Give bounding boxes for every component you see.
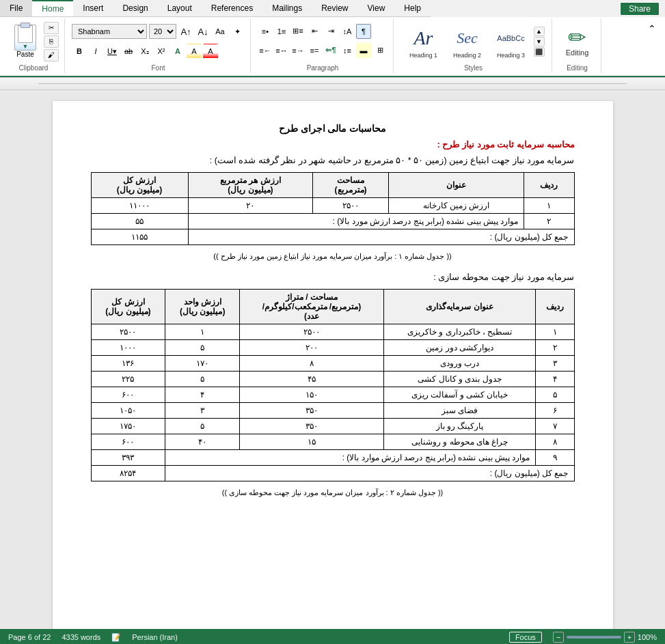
table-row: ۲ موارد پیش بینی نشده (برابر پنج درصد ار… [91,214,574,229]
tab-references[interactable]: References [202,0,262,16]
tab-mailings[interactable]: Mailings [262,0,312,16]
cell: ۵ [165,340,240,356]
format-painter-button[interactable]: 🖌 [44,49,59,61]
tab-view[interactable]: View [358,0,395,16]
line-spacing-button[interactable]: ↕≡ [340,43,355,58]
tab-file[interactable]: File [0,0,32,16]
borders-button[interactable]: ⊞ [372,43,388,58]
increase-indent-button[interactable]: ⇥ [323,24,338,39]
italic-button[interactable]: I [88,44,103,59]
focus-button[interactable]: Focus [509,632,542,643]
cell: ۱۰۵۰ [91,403,165,419]
cell: ۱ [524,198,574,214]
table-row: ۱ تسطیح ، خاکبرداری و خاکریزی ۲۵۰۰ ۱ ۲۵۰… [91,324,574,340]
style-heading2[interactable]: Sec Heading 2 [446,23,489,61]
change-case-button[interactable]: Aa [213,24,228,39]
tab-insert[interactable]: Insert [73,0,113,16]
cut-button[interactable]: ✂ [44,22,59,34]
table-row: ۷ پارکینگ رو باز ۳۵۰ ۵ ۱۷۵۰ [91,419,574,434]
font-name-select[interactable]: Shabnam [72,24,147,39]
increase-font-button[interactable]: A↑ [178,24,193,39]
text-effects-button[interactable]: A [170,44,185,59]
cell: ۴ [536,372,574,387]
table-row: ۱ ارزش زمین کارخانه ۲۵۰۰ ۲۰ ۱۱۰۰۰ [91,198,574,214]
clipboard-content: ▼ Paste ✂ ⎘ 🖌 [8,20,59,63]
cell: ۴۰ [165,434,240,450]
rtl-button[interactable]: ⇐¶ [323,43,338,58]
cell: ۲۵۰۰ [91,324,165,340]
table2-header-0: ردیف [536,290,574,324]
cell: ۲ [524,214,574,229]
subscript-button[interactable]: X₂ [137,44,152,59]
cell: جمع کل (میلیون ریال) : [165,466,574,481]
cell: ۳۵۰ [240,403,384,419]
justify-button[interactable]: ≡= [307,43,322,58]
styles-items: Ar Heading 1 Sec Heading 2 AaBbCc [403,23,545,61]
editing-group-label: Editing [567,63,588,72]
shading-button[interactable]: ▬ [356,43,371,58]
zoom-slider[interactable] [567,636,621,639]
font-size-select[interactable]: 20 [149,24,176,39]
styles-scroll-down[interactable]: ▼ [534,37,545,46]
multilevel-list-button[interactable]: ⊞≡ [290,24,306,39]
table2-header-1: عنوان سرمایه‌گذاری [383,290,535,324]
align-center-button[interactable]: ≡↔ [274,43,289,58]
copy-button[interactable]: ⎘ [44,36,59,48]
show-formatting-button[interactable]: ¶ [356,24,371,39]
sort-button[interactable]: ↕A [340,24,355,39]
table1-header-1: عنوان [388,173,524,198]
text-highlight-button[interactable]: A [187,44,202,59]
style-heading1[interactable]: Ar Heading 1 [403,23,445,61]
table2-caption: (( جدول شماره ۲ : برآورد میزان سرمایه مو… [91,488,575,497]
cell: ۲۰ [188,198,313,214]
numbering-button[interactable]: 1≡ [274,24,289,39]
styles-scroll-up[interactable]: ▲ [534,27,545,36]
cell: ۷ [536,419,574,434]
bullets-button[interactable]: ≡• [258,24,273,39]
strikethrough-button[interactable]: ab [121,44,136,59]
clear-formatting-button[interactable]: ✦ [230,24,245,39]
bold-button[interactable]: B [72,44,87,59]
share-button[interactable]: Share [620,2,660,16]
ribbon: File Home Insert Design Layout Reference… [0,0,665,78]
para-row1: ≡• 1≡ ⊞≡ ⇤ ⇥ ↕A ¶ [258,24,371,39]
decrease-font-button[interactable]: A↓ [195,24,211,39]
font-color-button[interactable]: A [203,44,218,59]
document-area[interactable]: محاسبات مالی اجرای طرح محاسبه سرمایه ثاب… [0,90,665,629]
style-heading3[interactable]: AaBbCc Heading 3 [490,23,532,61]
editing-button[interactable]: ✏ Editing [560,23,595,60]
zoom-in-button[interactable]: + [624,632,635,643]
tab-help[interactable]: Help [394,0,431,16]
ruler [0,78,665,90]
cell: ۵ [536,387,574,403]
cell: تسطیح ، خاکبرداری و خاکریزی [383,324,535,340]
cell: ۳ [536,356,574,372]
styles-expand[interactable]: ⬛ [534,47,545,57]
ribbon-collapse-button[interactable]: ⌃ [644,21,660,36]
decrease-indent-button[interactable]: ⇤ [307,24,322,39]
style-heading1-label: Heading 1 [409,52,437,59]
align-left-button[interactable]: ≡← [258,43,273,58]
font-label: Font [151,63,165,72]
paragraph-label: Paragraph [307,63,339,72]
align-right-button[interactable]: ≡→ [290,43,306,58]
cell: ارزش زمین کارخانه [388,198,524,214]
underline-button[interactable]: U▾ [105,44,120,59]
cell: ۵۵ [91,214,188,229]
cell: ۸ [536,434,574,450]
tab-home[interactable]: Home [32,0,73,16]
tab-review[interactable]: Review [312,0,357,16]
cell: ۲۵۰۰ [313,198,389,214]
zoom-out-button[interactable]: − [553,632,564,643]
table-row: ۸ چراغ های محوطه و روشنایی ۱۵ ۴۰ ۶۰۰ [91,434,574,450]
section1-intro: سرمایه مورد نیاز جهت ابتیاع زمین (زمین ۵… [91,155,575,165]
superscript-button[interactable]: X² [154,44,169,59]
font-content: Shabnam 20 A↑ A↓ Aa ✦ B I U▾ ab X₂ X² [72,20,245,63]
tab-layout[interactable]: Layout [158,0,202,16]
font-name-row: Shabnam 20 A↑ A↓ Aa ✦ [72,24,245,39]
table-row: ۵ خیابان کشی و آسفالت ریزی ۱۵۰ ۴ ۶۰۰ [91,387,574,403]
tab-design[interactable]: Design [113,0,157,16]
table-row: ۳ درب ورودی ۸ ۱۷۰ ۱۳۶ [91,356,574,372]
paste-button[interactable]: ▼ Paste [8,21,42,61]
font-format-row: B I U▾ ab X₂ X² A A A [72,44,218,59]
